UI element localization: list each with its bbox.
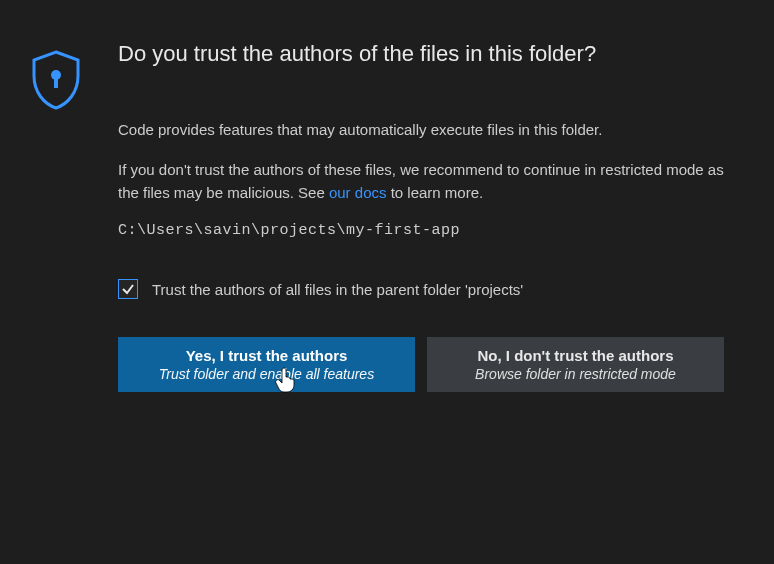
workspace-trust-dialog: Do you trust the authors of the files in… [0, 0, 774, 422]
trust-button-subtitle: Trust folder and enable all features [159, 366, 374, 382]
checkmark-icon [121, 282, 135, 296]
dont-trust-button[interactable]: No, I don't trust the authors Browse fol… [427, 337, 724, 392]
dialog-paragraph-2-text-after: to learn more. [386, 184, 483, 201]
dont-trust-button-title: No, I don't trust the authors [477, 347, 673, 364]
dialog-content: Do you trust the authors of the files in… [118, 40, 744, 392]
folder-path: C:\Users\savin\projects\my-first-app [118, 222, 724, 239]
dialog-title: Do you trust the authors of the files in… [118, 40, 724, 69]
dialog-button-row: Yes, I trust the authors Trust folder an… [118, 337, 724, 392]
shield-icon [30, 50, 90, 114]
dialog-paragraph-2: If you don't trust the authors of these … [118, 159, 724, 204]
dont-trust-button-subtitle: Browse folder in restricted mode [475, 366, 676, 382]
trust-button[interactable]: Yes, I trust the authors Trust folder an… [118, 337, 415, 392]
dialog-paragraph-1: Code provides features that may automati… [118, 119, 724, 142]
docs-link[interactable]: our docs [329, 184, 387, 201]
trust-parent-checkbox-row[interactable]: Trust the authors of all files in the pa… [118, 279, 724, 299]
svg-rect-1 [54, 78, 58, 88]
trust-parent-checkbox[interactable] [118, 279, 138, 299]
trust-parent-checkbox-label: Trust the authors of all files in the pa… [152, 281, 523, 298]
dialog-icon-column [30, 40, 90, 392]
trust-button-title: Yes, I trust the authors [186, 347, 348, 364]
